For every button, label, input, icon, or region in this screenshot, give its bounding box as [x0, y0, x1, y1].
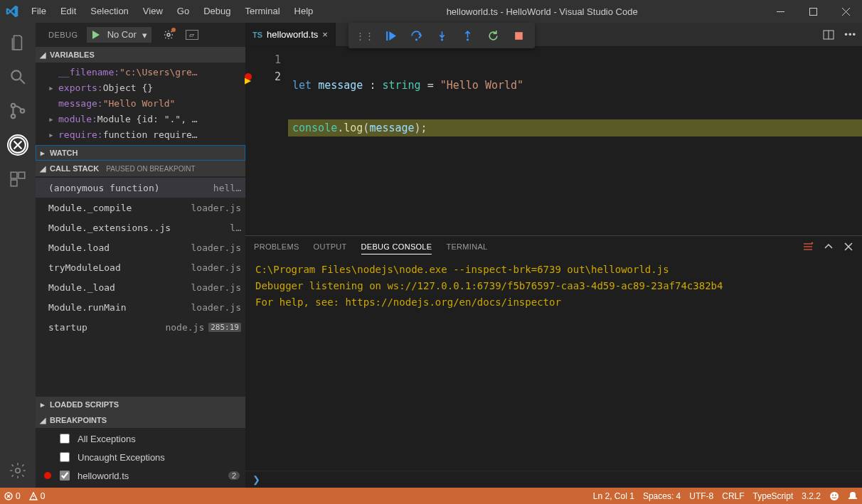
status-encoding[interactable]: UTF-8 — [685, 491, 718, 501]
continue-button[interactable] — [378, 23, 403, 48]
editor-column: TS helloworld.ts × ••• 1 ▶2 let message … — [245, 23, 862, 488]
svg-point-3 — [11, 104, 15, 107]
panel-tab-debug-console[interactable]: DEBUG CONSOLE — [361, 240, 432, 254]
collapse-panel-icon[interactable] — [824, 242, 834, 252]
stack-frame[interactable]: Module.loadloader.js — [36, 237, 245, 257]
variable-row[interactable]: __filename: "c:\Users\gre… — [36, 64, 245, 80]
menu-view[interactable]: View — [136, 0, 170, 23]
punct: : — [369, 79, 382, 92]
variable-row[interactable]: message: "Hello World" — [36, 95, 245, 111]
restart-button[interactable] — [481, 23, 505, 48]
debug-floating-toolbar[interactable]: ⋮⋮ — [348, 23, 535, 48]
callstack-header[interactable]: ◢ CALL STACK PAUSED ON BREAKPOINT — [36, 161, 245, 176]
drag-handle-icon[interactable]: ⋮⋮ — [353, 31, 377, 41]
prompt-icon: ❯ — [252, 474, 260, 485]
stack-frame[interactable]: startupnode.js285:19 — [36, 317, 245, 337]
panel-tab-output[interactable]: OUTPUT — [314, 240, 347, 254]
split-editor-icon[interactable] — [823, 29, 834, 41]
variables-header[interactable]: ◢ VARIABLES — [36, 47, 245, 63]
status-language[interactable]: TypeScript — [749, 491, 798, 501]
loaded-scripts-header[interactable]: ▸ LOADED SCRIPTS — [36, 397, 245, 412]
panel-tab-problems[interactable]: PROBLEMS — [254, 240, 299, 254]
stop-button[interactable] — [506, 23, 531, 48]
status-indentation[interactable]: Spaces: 4 — [639, 491, 685, 501]
svg-rect-7 — [11, 172, 17, 178]
step-into-button[interactable] — [430, 23, 454, 48]
variable-row[interactable]: ▸exports: Object {} — [36, 80, 245, 95]
close-panel-icon[interactable] — [844, 242, 853, 252]
watch-header[interactable]: ▸ WATCH — [36, 145, 245, 161]
status-eol[interactable]: CRLF — [718, 491, 748, 501]
status-errors[interactable]: 0 — [0, 491, 25, 501]
code-content[interactable]: let message : string = "Hello World" con… — [288, 47, 862, 235]
close-tab-icon[interactable]: × — [322, 29, 328, 40]
breakpoint-checkbox[interactable] — [60, 471, 70, 481]
status-bar: 0 0 Ln 2, Col 1 Spaces: 4 UTF-8 CRLF Typ… — [0, 488, 862, 504]
menu-terminal[interactable]: Terminal — [238, 0, 287, 23]
panel: PROBLEMSOUTPUTDEBUG CONSOLETERMINAL C:\P… — [245, 235, 862, 488]
svg-point-11 — [167, 33, 170, 36]
breakpoint-row[interactable]: helloworld.ts2 — [36, 466, 245, 485]
menu-file[interactable]: File — [24, 0, 53, 23]
warnings-count: 0 — [41, 491, 46, 501]
breakpoints-title: BREAKPOINTS — [50, 416, 107, 424]
breakpoint-checkbox[interactable] — [60, 452, 70, 462]
status-ts-version[interactable]: 3.2.2 — [797, 491, 825, 501]
status-warnings[interactable]: 0 — [25, 491, 50, 501]
menu-edit[interactable]: Edit — [53, 0, 83, 23]
editor-tab[interactable]: TS helloworld.ts × — [245, 23, 336, 46]
more-actions-icon[interactable]: ••• — [844, 29, 856, 40]
variable-row[interactable]: ▸require: function require… — [36, 127, 245, 142]
extensions-icon[interactable] — [0, 162, 36, 196]
close-button[interactable] — [829, 0, 862, 23]
stack-frame[interactable]: Module._loadloader.js — [36, 277, 245, 297]
svg-rect-9 — [11, 180, 17, 186]
stack-frame[interactable]: Module._extensions..jsl… — [36, 218, 245, 237]
status-feedback-icon[interactable] — [825, 491, 844, 501]
clear-console-icon[interactable] — [802, 241, 814, 252]
menu-selection[interactable]: Selection — [83, 0, 135, 23]
breakpoint-checkbox[interactable] — [60, 434, 70, 444]
activity-bar — [0, 23, 36, 488]
breakpoint-row[interactable]: All Exceptions — [36, 429, 245, 448]
minimize-button[interactable] — [764, 0, 797, 23]
panel-tab-terminal[interactable]: TERMINAL — [446, 240, 487, 254]
start-debug-icon[interactable] — [87, 28, 105, 42]
maximize-button[interactable] — [797, 0, 829, 23]
menu-help[interactable]: Help — [287, 0, 321, 23]
svg-point-19 — [832, 494, 834, 495]
launch-config-selector[interactable]: No Cor ▾ — [87, 27, 151, 43]
editor[interactable]: 1 ▶2 let message : string = "Hello World… — [245, 47, 862, 235]
identifier: message — [318, 79, 369, 92]
debug-console-input[interactable]: ❯ — [245, 471, 862, 488]
chevron-down-icon: ▾ — [139, 28, 151, 42]
explorer-icon[interactable] — [0, 26, 36, 60]
debug-icon[interactable] — [0, 128, 36, 162]
search-icon[interactable] — [0, 60, 36, 94]
stack-frame[interactable]: tryModuleLoadloader.js — [36, 257, 245, 277]
identifier: console — [292, 122, 337, 134]
breakpoint-row[interactable]: Uncaught Exceptions — [36, 448, 245, 466]
status-notifications-icon[interactable] — [844, 491, 862, 501]
stack-frame[interactable]: (anonymous function)hell… — [36, 178, 245, 198]
stack-frame[interactable]: Module._compileloader.js — [36, 198, 245, 218]
open-launch-json-icon[interactable] — [163, 29, 174, 41]
menubar: FileEditSelectionViewGoDebugTerminalHelp — [24, 0, 320, 23]
source-control-icon[interactable] — [0, 94, 36, 128]
step-over-button[interactable] — [404, 23, 428, 48]
breakpoints-header[interactable]: ◢ BREAKPOINTS — [36, 412, 245, 428]
stack-frame[interactable]: Module.runMainloader.js — [36, 297, 245, 317]
punct: ); — [415, 122, 427, 134]
settings-gear-icon[interactable] — [0, 454, 36, 488]
menu-go[interactable]: Go — [170, 0, 196, 23]
menu-debug[interactable]: Debug — [196, 0, 238, 23]
step-out-button[interactable] — [455, 23, 479, 48]
string: "Hello World" — [440, 79, 523, 92]
editor-tabs: TS helloworld.ts × ••• — [245, 23, 862, 47]
collapse-icon: ◢ — [38, 416, 47, 425]
variable-row[interactable]: ▸module: Module {id: ".", … — [36, 111, 245, 127]
status-cursor-position[interactable]: Ln 2, Col 1 — [589, 491, 639, 501]
debug-console-toggle-icon[interactable]: ▱ — [186, 30, 198, 40]
debug-console-output[interactable]: C:\Program Files\nodejs\node.exe --inspe… — [245, 257, 862, 471]
watch-section: ▸ WATCH — [36, 145, 245, 161]
